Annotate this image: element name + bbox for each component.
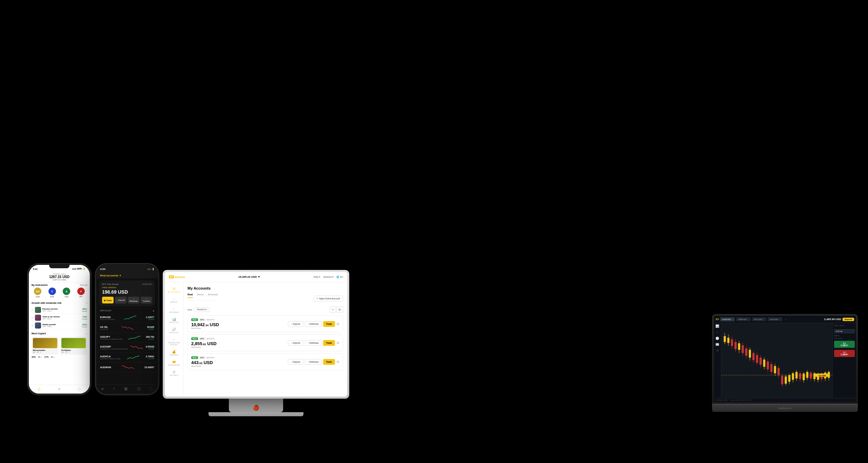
tab-archived[interactable]: Archived [208,293,218,298]
watchlist-item-usoil[interactable]: US OIL Crude Oil 39.826 +0.68% [97,323,158,333]
ac-settings-btn-1[interactable]: ⚙ [336,322,339,326]
transfer-btn[interactable]: ↔ Transfer [141,297,152,303]
language-btn[interactable]: 🌐 En [336,276,343,278]
trading-deposit-btn[interactable]: Deposit [843,318,854,321]
order-volume-label: Order volume [834,324,855,327]
deposit-btn[interactable]: ↓ Deposit [115,297,126,303]
nav-profile-icon[interactable]: ◌ [78,387,81,391]
instrument-eur[interactable]: € EUR [46,288,59,298]
wi-change-audgbp: +0.23% [146,348,154,350]
user-menu[interactable]: Jackson ▾ [323,276,334,278]
sort-dropdown[interactable]: Newest ▾ [194,307,210,312]
copied-card-1[interactable]: ☆ Moneymaker 5% · 20 · 1 [32,337,59,355]
sidebar-transactions[interactable]: ↔ TRANSACTION HISTORY [165,336,183,348]
svg-rect-24 [756,355,758,363]
tab-gbpusd-close[interactable]: + [747,318,749,320]
sort-control: Sort: Newest ▾ [188,307,210,312]
sidebar-analytics[interactable]: 📊 ANALYTICS [165,315,183,325]
instrument-usd[interactable]: $ USD [60,288,73,298]
ac-withdraw-btn-3[interactable]: ↑ Withdraw [305,359,322,365]
open-extra-account-btn[interactable]: + Open Extra Account [314,296,343,301]
trading-tab-btcusd[interactable]: BTC/USD + [752,317,766,321]
ac-deposit-btn-3[interactable]: ↓ Deposit [288,359,303,365]
svg-rect-36 [777,368,780,375]
watchlist-settings-icon[interactable]: ⚙ [153,310,154,312]
t-sb-history-icon[interactable]: 🕐 [715,337,719,340]
sidebar-settings[interactable]: ⚙ SETTINGS [165,368,183,378]
watchlist-item-eurusd[interactable]: EUR/USD Euro vs US Dollar 1.12677 +0.39% [97,313,158,323]
watchlist-item-audgbp[interactable]: AUD/GBP Australian vs Great Britain Poun… [97,343,158,353]
ac-trade-btn-1[interactable]: Trade [323,321,335,327]
ac-withdraw-btn-2[interactable]: ↑ Withdraw [305,340,322,346]
tab-eurusd-chevron: ▾ [731,318,733,321]
svg-rect-52 [806,372,808,378]
t-sb-orders-icon[interactable]: ≡ [716,331,718,334]
ac-deposit-btn-1[interactable]: ↓ Deposit [288,321,303,327]
ac-trade-btn-2[interactable]: Trade [323,340,335,346]
strategy-stats-2: 73% Growth [82,316,87,320]
ac-deposit-btn-2[interactable]: ↓ Deposit [288,340,303,346]
sidebar-analytics2[interactable]: 📈 ANALYTICS [165,325,183,336]
tab-real[interactable]: Real [188,293,193,298]
trading-tab-xauusd[interactable]: XAU/USD + [768,317,782,321]
sidebar-rewards[interactable]: 💰 REWARDS [165,348,183,358]
trading-tab-gbpusd[interactable]: GBP/USD + [736,317,751,321]
t-sb-news-icon[interactable]: 📰 [715,343,719,346]
strategy-item-1[interactable]: 1 Passive income 15% · Risk 2 88% Growth [32,306,87,314]
exness-logo: EX exness [169,275,185,279]
nav-home-icon[interactable]: ◎ [38,387,41,391]
strategy-item-2[interactable]: 2 Time to do money 30% · Risk 1 73% Grow… [32,314,87,322]
help-link[interactable]: Help ▾ [314,276,320,278]
trade-btn[interactable]: ▶ Trade [102,297,114,303]
ac-cents-3: .65 [199,362,202,365]
tab-demo[interactable]: Demo [197,293,204,298]
add-tab-btn[interactable]: + [785,318,787,321]
p2-nav-profile[interactable]: ◌ [150,386,153,391]
see-all-link[interactable]: See all [80,284,87,286]
phone1-most-copied-section: Most Copied › ☆ Moneymaker 5% · 20 · 1 ☆… [29,331,90,361]
strategy-growth-1: Growth [82,310,87,312]
list-view-btn[interactable]: ≡ [330,307,336,313]
accounts-icon: ⊟ [166,287,182,291]
strategy-item-3[interactable]: 3 Stable growth 25% · Risk 2 65% Growth [32,322,87,330]
watchlist-item-usdjpy[interactable]: USD/JPY US Dollar vs Japanese Yen 106.76… [97,333,158,343]
p2-nav-calendar[interactable]: ▦ [124,386,127,391]
grid-view-btn[interactable]: ⊞ [336,307,343,313]
sidebar-deposit[interactable]: ↓ DEPOSIT [165,295,183,305]
t-sb-settings-icon[interactable]: ⚙ [716,349,719,352]
t-sb-chart-icon[interactable]: 📊 [715,324,719,328]
watchlist-item-audpln[interactable]: AUD/PLN Australian Dollar vs Zloty 2.708… [97,353,158,362]
wi-chart-eurusd [123,315,137,321]
monitor-screen: EX exness 15,445.22 USD ▼ Help ▾ Jackson… [165,272,347,397]
tab-xauusd-close[interactable]: + [779,318,780,320]
ac-withdraw-btn-1[interactable]: ↑ Withdraw [305,321,322,327]
nav-chart-icon[interactable]: ≡ [58,387,60,391]
sidebar-withdraw[interactable]: ↑ WITHDRAW [165,305,183,315]
trading-tab-eurusd[interactable]: EUR/USD ▾ [720,317,735,321]
ac-trade-btn-3[interactable]: Trade [323,359,335,365]
buy-button[interactable]: Buy 1.0B1+ [834,341,855,348]
withdraw-btn[interactable]: ↑ Withdraw [128,297,139,303]
dashboard-nav-right: Help ▾ Jackson ▾ 🌐 En [314,276,343,278]
p2-nav-market[interactable]: ≈ [113,386,115,391]
wi-name-eurusd: EUR/USD [100,316,115,318]
strategy-stats-1: 88% Growth [82,308,87,312]
sell-button[interactable]: Sell 1.0B0+ [834,350,855,357]
copied-card-2[interactable]: ☆ Profitplus 5% · 20 · 1 [60,337,87,355]
ac-settings-btn-2[interactable]: ⚙ [336,341,339,345]
instrument-gold[interactable]: AU Gold [32,288,44,298]
sidebar-my-accounts[interactable]: ⊟ MY ACCOUNTS [165,285,183,295]
p2-nav-home[interactable]: ⌂ [101,386,104,391]
phone2-accounts-tab[interactable]: Real accounts ▼ [97,273,158,278]
tab-btcusd-close[interactable]: + [763,318,764,320]
order-volume-input[interactable] [834,329,855,333]
phone1-time: 9:41 [33,268,38,270]
watchlist-item-audmxn[interactable]: AUD/MXN 15.49957 [97,362,158,372]
sidebar-partnership[interactable]: 🤝 PARTNERSHIP [165,358,183,368]
instrument-jpy[interactable]: ¥ JPY [75,288,87,298]
p2-nav-portfolio[interactable]: ◫ [137,386,140,391]
trading-left-sidebar: 📊 ≡ 🕐 📰 ⚙ [714,323,721,398]
svg-rect-18 [745,349,747,356]
svg-rect-26 [760,358,762,365]
ac-settings-btn-3[interactable]: ⚙ [336,360,339,364]
